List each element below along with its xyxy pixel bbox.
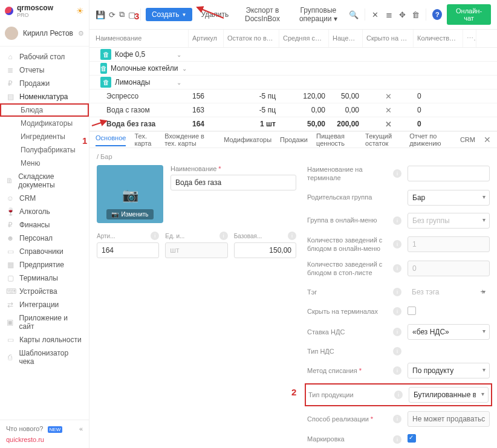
online-group-select[interactable] (408, 213, 490, 229)
nav-alcohol[interactable]: 🍷Алкоголь (0, 205, 89, 218)
info-icon[interactable]: i (393, 307, 401, 316)
info-icon[interactable]: i (219, 232, 228, 240)
nav-dashboard[interactable]: ⌂Рабочий стол (0, 50, 89, 63)
col-margin[interactable]: Наценка, % (329, 30, 363, 47)
copy-icon[interactable]: ⧉ (119, 10, 125, 19)
info-icon[interactable]: i (393, 240, 401, 248)
tools-icon[interactable]: ✕ (371, 10, 380, 19)
unit-input[interactable] (165, 242, 227, 258)
chevron-down-icon[interactable]: ⌄ (177, 51, 181, 58)
save-icon[interactable]: 💾 (96, 10, 105, 19)
group-row[interactable]: 🗑Кофе 0,5⌄ (89, 48, 497, 62)
new-badge: NEW (48, 426, 63, 433)
article-input[interactable] (97, 242, 159, 258)
delete-button[interactable]: Удалить (196, 8, 233, 21)
info-icon[interactable]: i (393, 216, 401, 225)
col-count[interactable]: Количество заведени... (414, 30, 463, 47)
tab-sales[interactable]: Продажи (280, 136, 308, 143)
user-settings-icon[interactable]: ⚙ (78, 30, 84, 37)
table-row-selected[interactable]: Вода без газа 164 1 шт 50,00 200,00 ✕ 0 (89, 117, 497, 131)
marking-checkbox[interactable] (408, 434, 416, 443)
info-icon[interactable]: i (393, 288, 401, 296)
tag-input[interactable] (408, 285, 475, 299)
nav-loyalty[interactable]: ▭Карты лояльности (0, 333, 89, 346)
info-icon[interactable]: i (393, 435, 401, 444)
tab-nutrition[interactable]: Пищевая ценность (316, 132, 357, 147)
change-image-button[interactable]: 📷 Изменить (106, 209, 153, 219)
nav-directories[interactable]: ▭Справочники (0, 245, 89, 258)
tab-crm[interactable]: CRM (460, 136, 475, 143)
tab-stock[interactable]: Текущий остаток (365, 132, 401, 147)
help-icon[interactable]: ? (432, 9, 442, 20)
product-type-select[interactable] (409, 387, 489, 403)
group-row[interactable]: 🗑Молочные коктейли⌄ (89, 62, 497, 76)
listview-icon[interactable]: ≣ (385, 10, 393, 19)
collapse-sidebar-icon[interactable]: « (79, 425, 83, 432)
refresh-icon[interactable]: ⟳ (109, 10, 115, 19)
nav-modifiers[interactable]: Модификаторы (0, 117, 89, 130)
info-icon[interactable]: i (393, 415, 401, 423)
image-card[interactable]: 📷 📷 Изменить (97, 165, 163, 223)
tab-modifiers[interactable]: Модификаторы (224, 136, 271, 143)
chevron-down-icon[interactable]: ⌄ (177, 79, 181, 86)
col-hidden[interactable]: Скрыто на терминалах (363, 30, 414, 47)
export-button[interactable]: Экспорт в DocsInBox (237, 4, 288, 25)
col-more-icon[interactable]: ⋯ (463, 30, 476, 47)
theme-icon[interactable]: ☀ (76, 6, 84, 16)
nav-nomenclature[interactable]: ▤Номенклатура (0, 90, 89, 103)
search-icon[interactable]: 🔍 (349, 10, 359, 19)
info-icon[interactable]: i (393, 264, 401, 273)
move-icon[interactable]: ✥ (398, 10, 406, 19)
tab-movement[interactable]: Отчет по движению (409, 132, 452, 147)
nav-receipt-template[interactable]: ⎙Шаблонизатор чека (0, 346, 89, 368)
table-row[interactable]: Вода с газом 163 -5 пц 0,00 0,00 ✕ 0 (89, 103, 497, 117)
nav-semis[interactable]: Полуфабрикаты (0, 143, 89, 157)
col-stock[interactable]: Остаток по всем склада... (224, 30, 279, 47)
nav-menu[interactable]: Меню (0, 157, 89, 170)
nav-integrations[interactable]: ⇄Интеграции (0, 298, 89, 311)
group-ops-button[interactable]: Групповые операции ▾ (291, 4, 345, 25)
nav-terminals[interactable]: ▢Терминалы (0, 271, 89, 285)
nav-dishes[interactable]: Блюда (0, 103, 89, 117)
hide-terminals-checkbox[interactable] (408, 307, 416, 315)
create-button[interactable]: Создать▼ (146, 8, 193, 21)
vat-rate-select[interactable] (408, 324, 490, 340)
info-icon[interactable]: i (393, 366, 401, 375)
info-icon[interactable]: i (394, 391, 403, 399)
info-icon[interactable]: i (288, 232, 296, 240)
col-article[interactable]: Артикул (189, 30, 224, 47)
nav-ingredients[interactable]: Ингредиенты (0, 130, 89, 143)
writeoff-select[interactable] (408, 363, 490, 378)
nav-sales[interactable]: ₽Продажи (0, 77, 89, 90)
tab-main[interactable]: Основное (96, 134, 126, 146)
baseprice-input[interactable] (234, 242, 296, 258)
table-row[interactable]: Эспрессо 156 -5 пц 120,00 50,00 ✕ 0 (89, 89, 497, 103)
info-icon[interactable]: i (393, 347, 401, 355)
parent-group-select[interactable] (408, 190, 490, 206)
nav-finance[interactable]: ₽Финансы (0, 218, 89, 232)
trash-icon[interactable]: 🗑 (411, 10, 420, 19)
nav-app-site[interactable]: ▣Приложение и сайт (0, 311, 89, 333)
info-icon[interactable]: i (393, 169, 401, 178)
add-tag-icon[interactable]: ＋ (475, 287, 490, 297)
nav-warehouse-docs[interactable]: 🗎Складские документы (0, 170, 89, 192)
nav-devices[interactable]: ⌨Устройства (0, 285, 89, 298)
chat-button[interactable]: Онлайн-чат (447, 4, 491, 25)
close-detail-icon[interactable]: ✕ (484, 135, 491, 144)
info-icon[interactable]: i (393, 328, 401, 336)
nav-enterprise[interactable]: ▦Предприятие (0, 258, 89, 271)
nav-staff[interactable]: ☻Персонал (0, 232, 89, 245)
terminal-name-input[interactable] (408, 166, 490, 181)
name-input[interactable] (171, 175, 296, 190)
whats-new-link[interactable]: Что нового? (6, 425, 43, 432)
footer-link[interactable]: quickresto.ru (6, 436, 83, 443)
group-row[interactable]: 🗑Лимонады⌄ (89, 76, 497, 89)
col-cost[interactable]: Средняя себестои... (279, 30, 329, 47)
chevron-down-icon[interactable]: ⌄ (182, 65, 187, 72)
info-icon[interactable]: i (151, 232, 159, 240)
nav-reports[interactable]: ≣Отчеты (0, 63, 89, 77)
tab-techcard[interactable]: Тех. карта (134, 132, 156, 147)
col-name[interactable]: Наименование (89, 30, 189, 47)
tab-usedin[interactable]: Вхождение в тех. карты (164, 132, 215, 147)
nav-crm[interactable]: ☺CRM (0, 192, 89, 205)
